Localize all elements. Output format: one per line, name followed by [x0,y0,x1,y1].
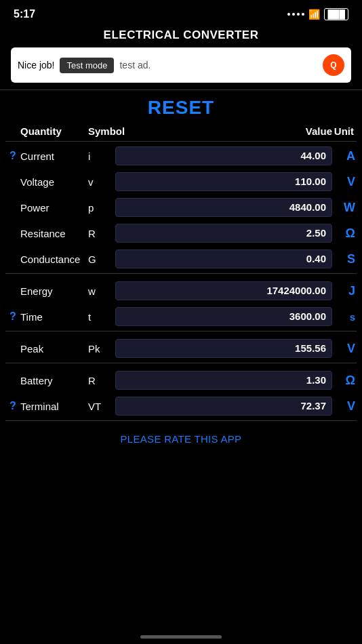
time-value: 3600.00 [289,310,326,322]
power-unit: W [335,201,357,215]
peak-symbol: Pk [88,343,115,355]
current-quantity: Current [20,150,88,162]
current-symbol: i [88,150,115,162]
resistance-quantity: Resitance [20,228,88,239]
time-quantity: Time [20,311,88,323]
section-energy: Energy w 17424000.00 J ? Time t 3600.00 … [5,277,357,331]
battery-value-field[interactable]: 1.30 [115,371,332,390]
power-quantity: Power [20,202,88,214]
conductance-unit: S [335,252,357,266]
row-time: ? Time t 3600.00 s [5,304,357,329]
battery-unit: Ω [335,374,357,388]
voltage-quantity: Voltage [20,176,88,188]
reset-button[interactable]: RESET [148,97,214,119]
peak-unit: V [335,342,357,356]
home-indicator [140,635,222,639]
time-value-field[interactable]: 3600.00 [115,307,332,326]
row-resistance: Resitance R 2.50 Ω [5,220,357,246]
time-indicator[interactable]: ? [5,310,20,323]
terminal-symbol: VT [88,401,115,412]
power-value: 4840.00 [289,201,326,213]
row-battery: Battery R 1.30 Ω [5,367,357,393]
row-peak: Peak Pk 155.56 V [5,336,357,361]
peak-value: 155.56 [295,342,326,354]
ad-test-mode: Test mode [60,58,114,73]
conductance-value: 0.40 [306,253,326,264]
status-time: 5:17 [14,8,35,20]
table-header: Quantity Symbol Value Unit [5,123,357,142]
terminal-value: 72.37 [300,400,326,411]
row-energy: Energy w 17424000.00 J [5,278,357,304]
power-symbol: p [88,202,115,214]
terminal-quantity: Terminal [20,401,88,412]
section-peak: Peak Pk 155.56 V [5,334,357,363]
current-value: 44.00 [300,150,326,161]
power-value-field[interactable]: 4840.00 [115,198,332,217]
peak-quantity: Peak [20,343,88,355]
rate-text[interactable]: PLEASE RATE THIS APP [121,433,242,445]
voltage-symbol: v [88,176,115,188]
row-terminal: ? Terminal VT 72.37 V [5,393,357,419]
conductance-symbol: G [88,254,115,265]
status-bar: 5:17 📶 ███ [0,0,362,24]
energy-value-field[interactable]: 17424000.00 [115,281,332,300]
resistance-symbol: R [88,228,115,239]
peak-value-field[interactable]: 155.56 [115,339,332,358]
ad-test-text: test ad. [119,60,317,71]
terminal-value-field[interactable]: 72.37 [115,397,332,416]
section-battery: Battery R 1.30 Ω ? Terminal VT 72.37 V [5,366,357,421]
terminal-indicator[interactable]: ? [5,400,20,412]
signal-dots-icon [287,13,304,16]
conductance-value-field[interactable]: 0.40 [115,249,332,268]
header-unit: Unit [332,125,357,137]
ad-logo: Q [323,54,344,76]
time-unit: s [335,311,357,323]
row-voltage: Voltage v 110.00 V [5,169,357,195]
reset-container: RESET [0,90,362,123]
voltage-unit: V [335,175,357,189]
header-value: Value [125,125,332,137]
voltage-value-field[interactable]: 110.00 [115,172,332,191]
current-value-field[interactable]: 44.00 [115,146,332,165]
energy-unit: J [335,284,357,298]
row-current: ? Current i 44.00 A [5,143,357,169]
ad-banner: Nice job! Test mode test ad. Q [11,47,351,83]
current-unit: A [335,149,357,163]
row-power: Power p 4840.00 W [5,195,357,220]
header-symbol: Symbol [88,125,125,137]
conductance-quantity: Conductance [20,254,88,265]
voltage-value: 110.00 [295,176,326,187]
resistance-value-field[interactable]: 2.50 [115,224,332,243]
time-symbol: t [88,311,115,323]
current-indicator[interactable]: ? [5,150,20,162]
battery-quantity: Battery [20,375,88,386]
energy-quantity: Energy [20,285,88,297]
battery-value: 1.30 [306,374,326,386]
section-main: ? Current i 44.00 A Voltage v 110.00 V P… [5,142,357,274]
header-quantity: Quantity [20,125,88,137]
terminal-unit: V [335,399,357,414]
resistance-unit: Ω [335,226,357,241]
energy-value: 17424000.00 [266,285,326,296]
battery-symbol: R [88,375,115,386]
energy-symbol: w [88,285,115,297]
svg-text:Q: Q [330,60,336,70]
battery-icon: ███ [324,8,348,20]
ad-nice-job: Nice job! [18,60,54,71]
app-title: ELECTRICAL CONVERTER [0,24,362,47]
row-conductance: Conductance G 0.40 S [5,246,357,272]
resistance-value: 2.50 [306,227,326,239]
rate-section[interactable]: PLEASE RATE THIS APP [0,421,362,452]
wifi-icon: 📶 [308,9,320,20]
status-icons: 📶 ███ [287,8,348,20]
